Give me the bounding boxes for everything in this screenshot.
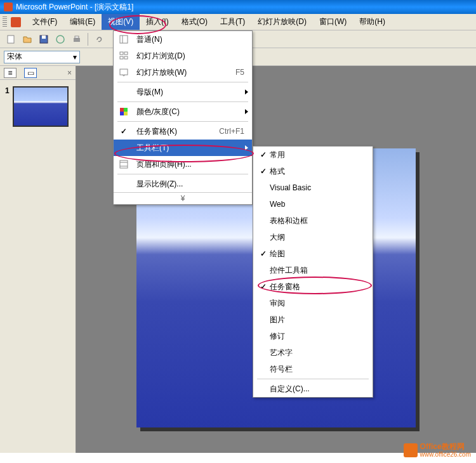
menu-file[interactable]: 文件(F) bbox=[26, 14, 63, 30]
toolbar-wordart[interactable]: 艺术字 bbox=[253, 344, 373, 361]
thumbnail-panel: ≡ ▭ × 1 bbox=[0, 66, 76, 453]
toolbar-separator bbox=[88, 33, 88, 46]
toolbar-common[interactable]: ✓常用 bbox=[253, 147, 373, 163]
view-slide-show[interactable]: 幻灯片放映(W) F5 bbox=[114, 64, 252, 81]
svg-rect-4 bbox=[74, 38, 80, 42]
app-icon bbox=[4, 3, 13, 11]
menu-separator bbox=[117, 121, 248, 122]
menu-separator bbox=[117, 82, 248, 82]
menu-separator bbox=[117, 101, 248, 102]
open-button[interactable] bbox=[20, 32, 34, 46]
toolbar-visual-basic[interactable]: Visual Basic bbox=[253, 179, 373, 196]
color-icon bbox=[117, 105, 130, 118]
svg-rect-5 bbox=[75, 36, 79, 38]
view-master[interactable]: 母版(M) bbox=[114, 84, 252, 100]
menu-bar: 文件(F) 编辑(E) 视图(V) 插入(I) 格式(O) 工具(T) 幻灯片放… bbox=[0, 14, 476, 30]
thumbnail-slide-1[interactable]: 1 bbox=[5, 86, 70, 127]
toolbar-task-pane[interactable]: ✓任务窗格 bbox=[253, 278, 373, 295]
view-normal[interactable]: 普通(N) bbox=[114, 31, 252, 48]
check-icon: ✓ bbox=[257, 150, 270, 159]
window-title: Microsoft PowerPoint - [演示文稿1] bbox=[16, 2, 133, 13]
new-button[interactable] bbox=[4, 32, 18, 46]
expand-menu-icon[interactable]: ¥ bbox=[114, 192, 252, 204]
slides-tab[interactable]: ▭ bbox=[24, 68, 37, 78]
svg-rect-2 bbox=[42, 36, 46, 39]
outline-tab[interactable]: ≡ bbox=[4, 68, 17, 78]
save-button[interactable] bbox=[37, 32, 51, 46]
submenu-arrow-icon bbox=[245, 145, 248, 150]
svg-rect-8 bbox=[120, 52, 123, 55]
toolbar-revision[interactable]: 修订 bbox=[253, 328, 373, 344]
toolbar-drawing[interactable]: ✓绘图 bbox=[253, 245, 373, 262]
powerpoint-icon bbox=[11, 17, 21, 27]
svg-rect-12 bbox=[120, 69, 128, 75]
thumbnail-tabs: ≡ ▭ × bbox=[0, 66, 76, 80]
menu-view[interactable]: 视图(V) bbox=[102, 14, 140, 30]
toolbar-format[interactable]: ✓格式 bbox=[253, 163, 373, 179]
check-icon: ✓ bbox=[117, 125, 130, 138]
slide-number: 1 bbox=[5, 86, 13, 127]
normal-view-icon bbox=[117, 33, 130, 46]
office-icon bbox=[404, 443, 418, 457]
menu-separator bbox=[257, 379, 369, 379]
svg-rect-10 bbox=[120, 56, 123, 59]
shortcut-label: Ctrl+F1 bbox=[219, 127, 248, 136]
menu-separator bbox=[117, 174, 248, 174]
toolbar-review[interactable]: 审阅 bbox=[253, 295, 373, 311]
watermark-title: Office教程网 bbox=[420, 443, 471, 451]
toolbar-customize[interactable]: 自定义(C)... bbox=[253, 381, 373, 397]
check-icon: ✓ bbox=[257, 249, 270, 258]
view-task-pane[interactable]: ✓ 任务窗格(K) Ctrl+F1 bbox=[114, 123, 252, 140]
attach-button[interactable] bbox=[92, 32, 106, 46]
menu-edit[interactable]: 编辑(E) bbox=[63, 14, 102, 30]
view-slide-sorter[interactable]: 幻灯片浏览(D) bbox=[114, 48, 252, 64]
view-menu-dropdown: 普通(N) 幻灯片浏览(D) 幻灯片放映(W) F5 母版(M) 颜色/灰度(C… bbox=[113, 30, 253, 205]
svg-rect-14 bbox=[124, 108, 128, 112]
close-panel-icon[interactable]: × bbox=[67, 68, 72, 77]
svg-rect-15 bbox=[120, 112, 124, 115]
font-name: 宋体 bbox=[7, 51, 22, 62]
menu-help[interactable]: 帮助(H) bbox=[353, 14, 392, 30]
title-bar: Microsoft PowerPoint - [演示文稿1] bbox=[0, 0, 476, 14]
sorter-icon bbox=[117, 49, 130, 62]
toolbar-web[interactable]: Web bbox=[253, 196, 373, 212]
submenu-arrow-icon bbox=[245, 109, 248, 114]
toolbar-outline[interactable]: 大纲 bbox=[253, 229, 373, 245]
watermark-url: www.office26.com bbox=[420, 451, 471, 458]
menu-insert[interactable]: 插入(I) bbox=[140, 14, 175, 30]
print-button[interactable] bbox=[70, 32, 84, 46]
toolbar-symbols[interactable]: 符号栏 bbox=[253, 361, 373, 377]
dropdown-arrow-icon: ▾ bbox=[73, 53, 77, 62]
svg-rect-11 bbox=[124, 56, 128, 59]
check-icon: ✓ bbox=[257, 167, 270, 176]
slide-thumbnail bbox=[13, 86, 69, 127]
font-selector[interactable]: 宋体 ▾ bbox=[4, 51, 80, 63]
svg-rect-13 bbox=[120, 108, 124, 112]
toolbar-control-toolbox[interactable]: 控件工具箱 bbox=[253, 262, 373, 278]
svg-rect-9 bbox=[124, 52, 128, 55]
submenu-arrow-icon bbox=[245, 89, 248, 95]
svg-rect-16 bbox=[124, 112, 128, 115]
slideshow-icon bbox=[117, 66, 130, 79]
toolbars-submenu: ✓常用 ✓格式 Visual Basic Web 表格和边框 大纲 ✓绘图 控件… bbox=[253, 146, 373, 398]
svg-rect-17 bbox=[120, 160, 128, 168]
view-zoom[interactable]: 显示比例(Z)... bbox=[114, 176, 252, 192]
view-toolbars[interactable]: 工具栏(T) bbox=[114, 140, 252, 156]
menu-format[interactable]: 格式(O) bbox=[175, 14, 214, 30]
menu-slideshow[interactable]: 幻灯片放映(D) bbox=[251, 14, 313, 30]
watermark: Office教程网 www.office26.com bbox=[404, 443, 471, 458]
view-header-footer[interactable]: 页眉和页脚(H)... bbox=[114, 156, 252, 173]
svg-rect-6 bbox=[120, 36, 128, 43]
toolbar-grip[interactable] bbox=[3, 16, 7, 28]
menu-window[interactable]: 窗口(W) bbox=[313, 14, 353, 30]
view-color-grayscale[interactable]: 颜色/灰度(C) bbox=[114, 103, 252, 120]
svg-rect-0 bbox=[8, 36, 14, 43]
header-footer-icon bbox=[117, 158, 130, 171]
toolbar-table-border[interactable]: 表格和边框 bbox=[253, 212, 373, 229]
permission-button[interactable] bbox=[53, 32, 67, 46]
svg-point-3 bbox=[56, 36, 64, 43]
toolbar-picture[interactable]: 图片 bbox=[253, 311, 373, 328]
menu-tools[interactable]: 工具(T) bbox=[214, 14, 251, 30]
check-icon: ✓ bbox=[257, 282, 270, 291]
shortcut-label: F5 bbox=[235, 68, 248, 77]
